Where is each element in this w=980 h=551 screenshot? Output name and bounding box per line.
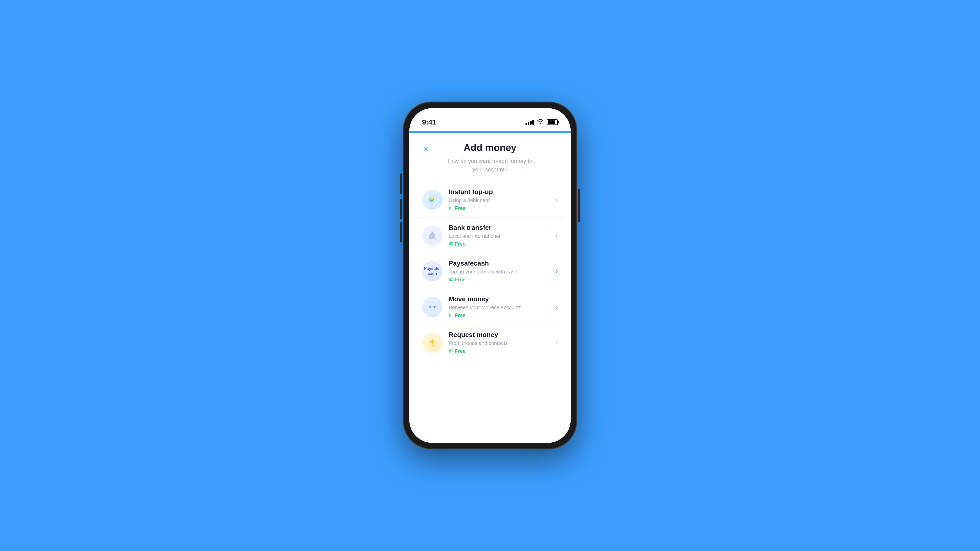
app-content: × Add money How do you want to add money… xyxy=(409,133,571,443)
instant-topup-desc: Using a debit card xyxy=(449,197,553,203)
paysafecash-text: Paysafecash Top up your account with cas… xyxy=(449,259,553,283)
page-title: Add money xyxy=(409,142,571,153)
phone-device: 9:41 xyxy=(403,102,577,449)
option-instant-topup[interactable]: Instant top-up Using a debit card 🏷 Free… xyxy=(417,182,563,218)
request-money-desc: From friends and contacts xyxy=(449,340,553,346)
chevron-right-icon: › xyxy=(555,267,558,275)
top-accent-bar xyxy=(409,131,571,133)
status-time: 9:41 xyxy=(422,118,436,126)
paysafecash-title: Paysafecash xyxy=(449,259,553,267)
chevron-right-icon: › xyxy=(555,231,558,240)
option-request-money[interactable]: Request money From friends and contacts … xyxy=(417,325,563,360)
svg-marker-8 xyxy=(429,232,435,235)
tag-icon: 🏷 xyxy=(449,277,453,283)
phone-screen: 9:41 xyxy=(409,108,571,443)
tag-icon: 🏷 xyxy=(449,206,453,211)
request-money-title: Request money xyxy=(449,331,553,339)
svg-rect-6 xyxy=(432,236,433,237)
move-money-title: Move money xyxy=(449,295,553,303)
chevron-right-icon: › xyxy=(555,338,558,347)
instant-topup-badge: 🏷 Free xyxy=(449,205,553,211)
instant-topup-title: Instant top-up xyxy=(449,188,553,196)
option-move-money[interactable]: Move money Between your Monese accounts … xyxy=(417,289,563,325)
bank-transfer-title: Bank transfer xyxy=(449,224,553,232)
bank-transfer-desc: Local and international xyxy=(449,233,553,239)
request-money-badge: 🏷 Free xyxy=(449,348,553,354)
options-list: Instant top-up Using a debit card 🏷 Free… xyxy=(409,182,571,360)
move-money-desc: Between your Monese accounts xyxy=(449,305,553,310)
option-bank-transfer[interactable]: Bank transfer Local and international 🏷 … xyxy=(417,218,563,253)
chevron-right-icon: › xyxy=(555,196,558,204)
signal-icon xyxy=(525,120,534,125)
move-money-badge: 🏷 Free xyxy=(449,313,553,318)
chevron-right-icon: › xyxy=(555,303,558,311)
paysafecash-badge: 🏷 Free xyxy=(449,277,553,283)
phone-body: 9:41 xyxy=(403,102,577,449)
instant-topup-text: Instant top-up Using a debit card 🏷 Free xyxy=(449,188,553,211)
bank-transfer-badge: 🏷 Free xyxy=(449,241,553,247)
svg-rect-16 xyxy=(433,344,434,345)
svg-point-12 xyxy=(434,238,436,239)
page-subtitle: How do you want to add money to your acc… xyxy=(442,157,538,174)
close-button[interactable]: × xyxy=(420,142,432,155)
battery-icon xyxy=(547,119,558,125)
svg-rect-15 xyxy=(431,344,432,346)
request-money-icon xyxy=(422,332,442,353)
option-paysafecash[interactable]: Paysafe:cash Paysafecash Top up your acc… xyxy=(417,253,563,289)
status-bar: 9:41 xyxy=(409,108,571,131)
move-money-text: Move money Between your Monese accounts … xyxy=(449,295,553,318)
svg-rect-5 xyxy=(430,236,431,237)
svg-rect-2 xyxy=(430,197,434,200)
status-icons xyxy=(525,119,558,125)
tag-icon: 🏷 xyxy=(449,348,453,354)
move-money-icon xyxy=(422,297,442,317)
paysafecash-icon: Paysafe:cash xyxy=(422,261,442,281)
page-header: Add money How do you want to add money t… xyxy=(409,133,571,182)
close-icon: × xyxy=(424,144,428,153)
instant-topup-icon xyxy=(422,189,442,210)
tag-icon: 🏷 xyxy=(449,241,453,247)
paysafecash-desc: Top up your account with cash xyxy=(449,269,553,275)
wifi-icon xyxy=(537,119,544,125)
request-money-text: Request money From friends and contacts … xyxy=(449,331,553,354)
bank-transfer-text: Bank transfer Local and international 🏷 … xyxy=(449,224,553,247)
tag-icon: 🏷 xyxy=(449,313,453,318)
bank-transfer-icon xyxy=(422,225,442,246)
